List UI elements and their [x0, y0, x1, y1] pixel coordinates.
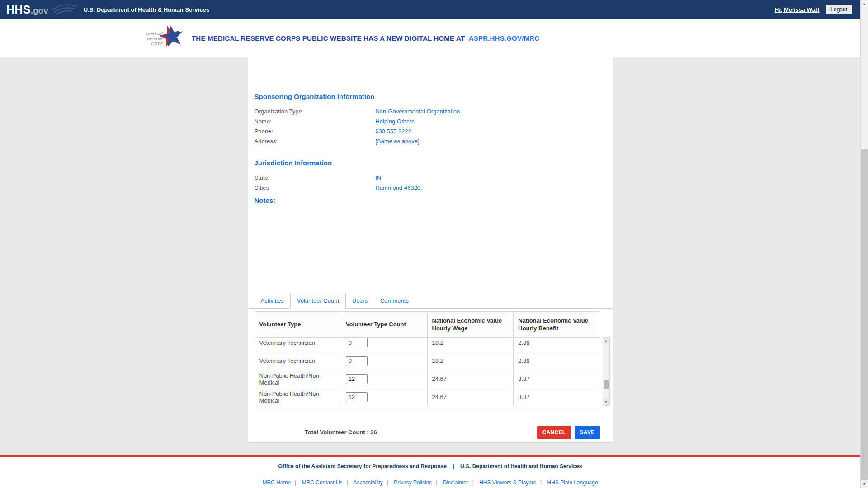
organization-address-value[interactable]: [Same as above] — [375, 138, 420, 145]
tab-users[interactable]: Users — [346, 293, 374, 308]
cities-value[interactable]: Hammond 46320, — [375, 184, 422, 191]
tab-comments[interactable]: Comments — [374, 293, 415, 308]
banner-link[interactable]: ASPR.HHS.GOV/MRC — [469, 34, 540, 42]
table-row: Veterinary Technician 18.2 2.86 — [255, 338, 600, 352]
field-row-state: State: IN — [255, 173, 600, 183]
volunteer-count-cell — [341, 370, 427, 388]
volunteer-type-cell: Non-Public Health/Non-Medical — [255, 388, 341, 406]
footer-link-mrc-contact-us[interactable]: MRC Contact Us — [302, 479, 343, 486]
hhs-top-bar: HHS .gov U.S. Department of Health & Hum… — [0, 0, 860, 19]
hourly-benefit-cell: 2.86 — [514, 352, 600, 370]
tab-activities[interactable]: Activities — [255, 293, 290, 308]
scroll-up-icon[interactable]: ▲ — [603, 338, 609, 344]
hhs-logo-suffix: .gov — [31, 6, 48, 16]
col-header-nev-hourly-benefit: National Economic Value Hourly Benefit — [514, 312, 600, 337]
scrollbar-up-icon[interactable]: ▲ — [861, 0, 868, 8]
hourly-wage-cell: 18.2 — [427, 338, 514, 352]
footer-dept-text: U.S. Department of Health and Human Serv… — [460, 463, 582, 469]
user-greeting-link[interactable]: Hi, Melissa Watt — [775, 6, 819, 13]
hourly-benefit-cell: 2.86 — [514, 338, 600, 352]
field-label: Phone: — [255, 127, 374, 136]
card-actions-row: Total Volunteer Count : 36 CANCEL SAVE — [255, 426, 600, 439]
hhs-logo[interactable]: HHS .gov — [6, 3, 48, 16]
volunteer-count-input[interactable] — [346, 374, 368, 384]
mrc-logo-wordmark: medical reserve corps — [139, 31, 163, 46]
save-button[interactable]: SAVE — [575, 426, 600, 439]
banner-message-text: THE MEDICAL RESERVE CORPS PUBLIC WEBSITE… — [192, 34, 465, 42]
jurisdiction-title: Jurisdiction Information — [255, 159, 600, 167]
hourly-wage-cell: 18.2 — [427, 352, 514, 370]
volunteer-count-cell — [341, 352, 427, 370]
cancel-button[interactable]: CANCEL — [537, 426, 571, 439]
mrc-wordmark-line: corps — [151, 41, 163, 46]
hourly-benefit-cell: 3.87 — [514, 388, 600, 406]
footer-link-mrc-home[interactable]: MRC Home — [262, 479, 291, 486]
col-header-nev-hourly-wage: National Economic Value Hourly Wage — [427, 312, 514, 337]
table-scrollbar-track[interactable] — [603, 344, 609, 399]
top-bar-right: Hi, Melissa Watt Logout — [775, 5, 852, 14]
sponsoring-org-title: Sponsoring Organization Information — [255, 93, 600, 100]
field-label: Organization Type — [255, 107, 374, 117]
table-empty-strip — [255, 406, 600, 412]
hhs-logo-text: HHS — [6, 3, 31, 16]
footer: Office of the Assistant Secretary for Pr… — [0, 457, 860, 486]
footer-link-hhs-plain-language[interactable]: HHS Plain Language — [547, 479, 598, 486]
hourly-wage-cell: 24.67 — [427, 388, 514, 406]
state-value[interactable]: IN — [375, 174, 381, 181]
field-label: Name: — [255, 117, 374, 127]
main-content: Sponsoring Organization Information Orga… — [0, 57, 860, 455]
footer-link-separator: | — [472, 479, 474, 486]
volunteer-type-cell: Non-Public Health/Non-Medical — [255, 370, 341, 388]
footer-separator: | — [453, 463, 454, 469]
footer-link-separator: | — [387, 479, 388, 486]
field-row-cities: Cities Hammond 46320, — [255, 183, 600, 193]
volunteer-type-cell: Veterinary Technician — [255, 338, 341, 352]
hourly-wage-cell: 24.67 — [427, 370, 514, 388]
table-body-scroll-area[interactable]: Veterinary Technician 18.2 2.86 Veter — [255, 338, 600, 406]
scroll-down-icon[interactable]: ▼ — [603, 399, 609, 405]
footer-link-separator: | — [540, 479, 542, 486]
volunteer-count-table: Volunteer Type Volunteer Type Count Nati… — [255, 311, 600, 412]
banner-message: THE MEDICAL RESERVE CORPS PUBLIC WEBSITE… — [192, 34, 539, 42]
scrollbar-thumb[interactable] — [861, 149, 868, 480]
footer-link-separator: | — [347, 479, 348, 486]
table-scrollbar-thumb[interactable] — [604, 380, 609, 389]
sponsoring-org-section: Sponsoring Organization Information Orga… — [255, 93, 600, 146]
volunteer-count-input[interactable] — [346, 356, 368, 366]
page: HHS .gov U.S. Department of Health & Hum… — [0, 0, 860, 488]
footer-links: MRC Home| MRC Contact Us| Accessibility|… — [0, 479, 860, 486]
organization-detail-card: Sponsoring Organization Information Orga… — [248, 57, 613, 443]
organization-type-value[interactable]: Non-Governmental Organization — [375, 108, 460, 115]
table-row: Non-Public Health/Non-Medical 24.67 3.87 — [255, 388, 600, 406]
volunteer-count-cell — [341, 388, 427, 406]
scrollbar-down-icon[interactable]: ▼ — [861, 480, 868, 488]
field-label: Cities — [255, 183, 374, 193]
table-row: Veterinary Technician 18.2 2.86 — [255, 352, 600, 370]
field-row-phone: Phone: 630 555 2222 — [255, 127, 600, 136]
volunteer-count-input[interactable] — [346, 392, 368, 402]
col-header-volunteer-type-count: Volunteer Type Count — [341, 312, 427, 337]
jurisdiction-section: Jurisdiction Information State: IN Citie… — [255, 159, 600, 204]
footer-link-hhs-viewers-players[interactable]: HHS Viewers & Players — [479, 479, 536, 486]
footer-link-disclaimer[interactable]: Disclaimer — [443, 479, 468, 486]
footer-link-separator: | — [436, 479, 437, 486]
screen: HHS .gov U.S. Department of Health & Hum… — [0, 0, 868, 488]
organization-name-value[interactable]: Helping Others — [375, 118, 415, 125]
mrc-banner: medical reserve corps ★ ★ THE MEDICAL RE… — [0, 19, 860, 57]
col-header-volunteer-type: Volunteer Type — [255, 312, 341, 337]
footer-link-accessibility[interactable]: Accessibility — [353, 479, 382, 486]
volunteer-type-cell: Veterinary Technician — [255, 352, 341, 370]
footer-link-privacy-policies[interactable]: Privacy Policies — [394, 479, 432, 486]
hourly-benefit-cell: 3.87 — [514, 370, 600, 388]
action-buttons: CANCEL SAVE — [537, 426, 600, 439]
field-row-name: Name: Helping Others — [255, 117, 600, 127]
volunteer-count-input[interactable] — [346, 338, 368, 347]
table-scrollbar[interactable]: ▲ ▼ — [603, 337, 610, 406]
organization-phone-value[interactable]: 630 555 2222 — [375, 128, 411, 135]
field-row-organization-type: Organization Type Non-Governmental Organ… — [255, 107, 600, 117]
volunteer-count-table-wrap: Volunteer Type Volunteer Type Count Nati… — [255, 311, 600, 412]
browser-scrollbar[interactable]: ▲ ▼ — [860, 0, 868, 488]
tab-volunteer-count[interactable]: Volunteer Count — [290, 293, 346, 309]
logout-button[interactable]: Logout — [826, 5, 852, 14]
field-row-address: Address: [Same as above] — [255, 136, 600, 146]
